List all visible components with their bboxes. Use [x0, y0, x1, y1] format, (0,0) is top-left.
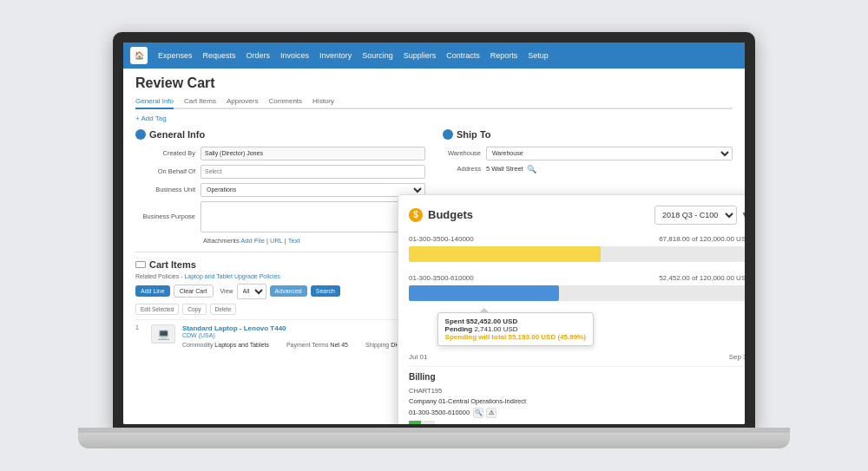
billing-section: Billing CHART195 Company 01-Central Oper… — [409, 366, 745, 424]
budget-tooltip: Spent $52,452.00 USD Pending 2,741.00 US… — [437, 312, 594, 346]
budget-item-1-header: 01-300-3500-140000 67,818.00 of 120,000.… — [409, 235, 745, 243]
tab-general-info[interactable]: General Info — [135, 95, 174, 109]
billing-account-row: 01-300-3500-610000 🔍 ⚠ — [409, 408, 745, 418]
budget-start-date: Jul 01 — [409, 353, 427, 361]
on-behalf-row: On Behalf Of — [135, 165, 425, 179]
billing-chart-code: CHART195 — [409, 387, 745, 395]
home-icon[interactable]: 🏠 — [130, 47, 148, 64]
budget-code-2: 01-300-3500-610000 — [409, 274, 474, 282]
budget-item-2: 01-300-3500-610000 52,452.00 of 120,000.… — [409, 274, 745, 301]
top-navigation: 🏠 Expenses Requests Orders Invoices Inve… — [123, 43, 745, 69]
general-info-icon — [135, 129, 146, 140]
tooltip-pending-value: 2,741.00 USD — [474, 325, 517, 333]
laptop-icon: 💻 — [157, 328, 170, 340]
budget-end-date: Sep 30 — [729, 353, 745, 361]
budget-header: $ Budgets 2018 Q3 - C100 2018 Q2 - C100 … — [409, 206, 745, 225]
cart-item-image: 💻 — [151, 324, 175, 343]
laptop-screen: 🏠 Expenses Requests Orders Invoices Inve… — [113, 32, 755, 431]
billing-bar-container — [409, 421, 745, 424]
view-label: View — [220, 288, 233, 294]
nav-requests[interactable]: Requests — [203, 51, 236, 60]
attachments-url[interactable]: URL — [270, 237, 283, 245]
add-line-button[interactable]: Add Line — [135, 285, 170, 297]
tooltip-spent-label: Spent — [445, 317, 464, 325]
address-row: Address 5 Wall Street 🔍 — [443, 165, 733, 173]
tooltip-pending-label: Pending — [445, 325, 473, 333]
budget-amount-1: 67,818.00 of 120,000.00 USD — [659, 235, 745, 243]
delete-button[interactable]: Delete — [210, 304, 237, 315]
billing-account: 01-300-3500-610000 — [409, 409, 470, 416]
created-by-value: Sally (Director) Jones — [201, 147, 425, 160]
nav-sourcing[interactable]: Sourcing — [362, 51, 393, 60]
on-behalf-input[interactable] — [201, 165, 425, 179]
billing-company: Company 01-Central Operations-Indirect — [409, 397, 526, 405]
clear-cart-button[interactable]: Clear Cart — [174, 285, 214, 298]
nav-suppliers[interactable]: Suppliers — [404, 51, 437, 60]
tab-cart-items[interactable]: Cart Items — [184, 95, 216, 108]
nav-invoices[interactable]: Invoices — [280, 51, 309, 60]
commodity-meta: Commodity Laptops and Tablets — [182, 342, 269, 348]
advanced-button[interactable]: Advanced — [270, 285, 307, 297]
tooltip-total-value: 55,193.00 USD (45.99%) — [508, 333, 585, 341]
business-purpose-input[interactable] — [201, 201, 425, 232]
nav-setup[interactable]: Setup — [528, 51, 549, 60]
edit-selected-button[interactable]: Edit Selected — [135, 304, 179, 315]
billing-search-icon[interactable]: 🔍 — [473, 408, 483, 418]
billing-title: Billing — [409, 372, 745, 382]
attachments-add-file[interactable]: Add File — [240, 237, 265, 245]
budget-title: $ Budgets — [409, 208, 473, 222]
view-select[interactable]: All — [237, 284, 266, 299]
warehouse-label: Warehouse — [443, 149, 486, 157]
ship-to-icon — [443, 129, 453, 140]
budget-bar-fill-1 — [409, 246, 601, 262]
billing-warning-icon[interactable]: ⚠ — [486, 408, 496, 418]
tooltip-spent-value: $52,452.00 USD — [466, 317, 517, 325]
laptop-base — [78, 433, 790, 448]
add-tag-button[interactable]: + Add Tag — [135, 114, 733, 122]
attachments-row: Attachments Add File | URL | Text — [135, 237, 425, 245]
budget-bar-bg-1 — [409, 246, 745, 262]
created-by-row: Created By Sally (Director) Jones — [135, 147, 425, 160]
page-title: Review Cart — [135, 75, 733, 91]
nav-orders[interactable]: Orders — [247, 51, 271, 60]
tab-bar: General Info Cart Items Approvers Commen… — [135, 95, 733, 109]
business-purpose-label: Business Purpose — [135, 213, 201, 220]
payment-terms-meta: Payment Terms Net 45 — [286, 342, 348, 348]
tab-comments[interactable]: Comments — [268, 95, 302, 108]
created-by-label: Created By — [135, 149, 201, 157]
budget-item-2-header: 01-300-3500-610000 52,452.00 of 120,000.… — [409, 274, 745, 282]
search-icon[interactable]: 🔍 — [527, 165, 536, 173]
billing-mini-bar — [409, 421, 435, 424]
cart-item-number: 1 — [135, 324, 144, 330]
screen-content: 🏠 Expenses Requests Orders Invoices Inve… — [123, 43, 745, 424]
warehouse-select[interactable]: Warehouse — [486, 147, 733, 160]
nav-expenses[interactable]: Expenses — [158, 51, 193, 60]
budget-bar-bg-2: Spent $52,452.00 USD Pending 2,741.00 US… — [409, 285, 745, 301]
nav-contracts[interactable]: Contracts — [446, 51, 480, 60]
budget-footer: Jul 01 Sep 30 — [409, 353, 745, 361]
tab-approvers[interactable]: Approvers — [227, 95, 258, 108]
nav-inventory[interactable]: Inventory — [319, 51, 352, 60]
business-unit-select[interactable]: Operations — [201, 183, 425, 197]
address-value: 5 Wall Street — [486, 165, 523, 173]
copy-button[interactable]: Copy — [182, 304, 206, 315]
cart-icon — [135, 261, 146, 268]
billing-company-row: Company 01-Central Operations-Indirect — [409, 397, 745, 405]
budget-period-select[interactable]: 2018 Q3 - C100 2018 Q2 - C100 2018 Q1 - … — [654, 206, 737, 225]
business-purpose-row: Business Purpose — [135, 201, 425, 232]
business-unit-row: Business Unit Operations — [135, 183, 425, 197]
tab-history[interactable]: History — [312, 95, 334, 108]
ship-to-title: Ship To — [443, 129, 733, 140]
budget-icon: $ — [409, 208, 423, 222]
address-label: Address — [443, 165, 486, 173]
chevron-down-icon[interactable]: ▼ — [740, 209, 745, 221]
search-button[interactable]: Search — [311, 285, 340, 297]
budget-amount-2: 52,452.00 of 120,000.00 USD — [659, 274, 745, 282]
attachments-text[interactable]: Text — [288, 237, 300, 245]
budget-period: 2018 Q3 - C100 2018 Q2 - C100 2018 Q1 - … — [654, 206, 745, 225]
page-content: Review Cart General Info Cart Items Appr… — [123, 69, 745, 424]
billing-icons: 🔍 ⚠ — [473, 408, 496, 418]
nav-reports[interactable]: Reports — [490, 51, 518, 60]
general-info-title: General Info — [135, 129, 425, 140]
policies-link[interactable]: Laptop and Tablet Upgrade Policies — [184, 273, 279, 279]
